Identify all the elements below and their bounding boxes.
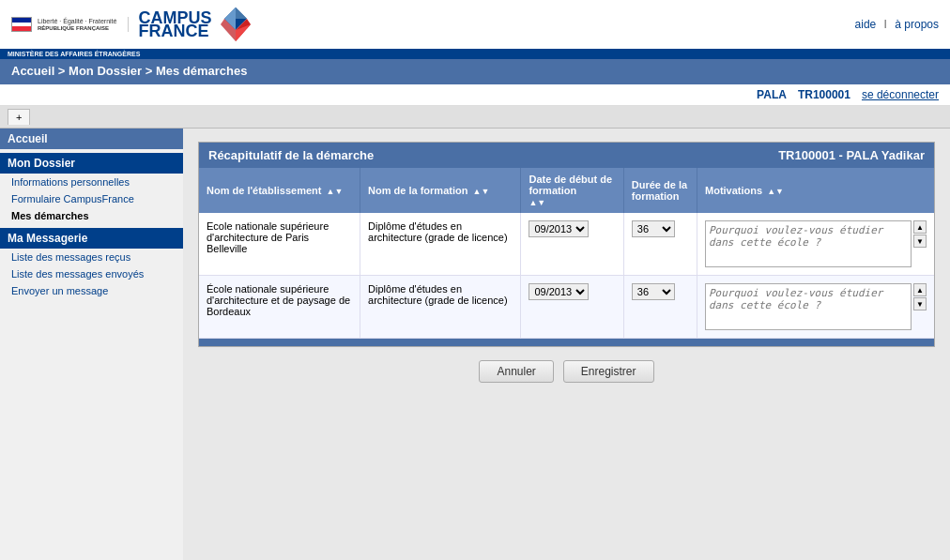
- sort-icon-formation[interactable]: ▲▼: [472, 187, 489, 196]
- duree-select-1[interactable]: 36 12 24 48: [632, 220, 675, 237]
- svg-marker-3: [236, 8, 247, 19]
- cell-duree-1: 36 12 24 48: [623, 213, 697, 276]
- sidebar-link-demarches[interactable]: Mes démarches: [0, 207, 183, 224]
- diamond-icon: [215, 6, 256, 43]
- sidebar-mon-dossier-title: Mon Dossier: [0, 153, 183, 174]
- main-content: Récapitulatif de la démarche TR100001 - …: [183, 129, 950, 560]
- sort-icon-etablissement[interactable]: ▲▼: [327, 187, 344, 196]
- scroll-up-1[interactable]: ▲: [913, 220, 927, 234]
- col-etablissement: Nom de l'établissement ▲▼: [199, 168, 360, 213]
- sidebar-link-envoyer-message[interactable]: Envoyer un message: [0, 282, 183, 299]
- cell-duree-2: 36 12 24 48: [623, 276, 697, 339]
- republic-text: Liberté · Égalité · Fraternité RÉPUBLIQU…: [38, 17, 116, 33]
- sidebar-link-messages-recus[interactable]: Liste des messages reçus: [0, 249, 183, 265]
- sidebar-link-formulaire[interactable]: Formulaire CampusFrance: [0, 190, 183, 207]
- motivation-textarea-1[interactable]: [705, 220, 912, 267]
- cancel-button[interactable]: Annuler: [479, 360, 553, 383]
- table-header-ref: TR100001 - PALA Yadikar: [778, 148, 925, 162]
- scroll-down-2[interactable]: ▼: [913, 297, 927, 310]
- duree-select-2[interactable]: 36 12 24 48: [632, 283, 675, 300]
- main-table: Nom de l'établissement ▲▼ Nom de la form…: [199, 168, 934, 339]
- french-flag-icon: [11, 17, 32, 32]
- save-button[interactable]: Enregistrer: [563, 360, 654, 383]
- sidebar: Accueil Mon Dossier Informations personn…: [0, 129, 183, 560]
- sidebar-link-messages-envoyes[interactable]: Liste des messages envoyés: [0, 265, 183, 282]
- cell-date-1: 09/2013 10/2013 11/2013: [521, 213, 623, 276]
- table-card: Récapitulatif de la démarche TR100001 - …: [198, 142, 935, 347]
- cell-formation-2: Diplôme d'études en architecture (grade …: [360, 276, 521, 339]
- col-formation: Nom de la formation ▲▼: [360, 168, 521, 213]
- user-ref: TR100001: [798, 88, 850, 101]
- top-nav: aide I à propos: [855, 18, 939, 31]
- campus-france-logo: CAMPUS FRANCE: [138, 6, 256, 43]
- aide-link[interactable]: aide: [855, 18, 877, 31]
- new-tab-button[interactable]: +: [8, 109, 30, 125]
- table-header: Récapitulatif de la démarche TR100001 - …: [199, 143, 934, 168]
- sidebar-accueil-title: Accueil: [0, 129, 183, 149]
- table-row: Ecole nationale supérieure d'architectur…: [199, 213, 934, 276]
- breadcrumb: Accueil > Mon Dossier > Mes démarches: [0, 59, 950, 83]
- cell-etablissement-2: École nationale supérieure d'architectur…: [199, 276, 360, 339]
- cell-date-2: 09/2013 10/2013 11/2013: [521, 276, 623, 339]
- table-row: École nationale supérieure d'architectur…: [199, 276, 934, 339]
- apropos-link[interactable]: à propos: [895, 18, 939, 31]
- cell-formation-1: Diplôme d'études en architecture (grade …: [360, 213, 521, 276]
- sort-icon-motivations[interactable]: ▲▼: [767, 187, 784, 196]
- col-duree: Durée de la formation: [623, 168, 697, 213]
- deconnect-link[interactable]: se déconnecter: [862, 88, 939, 101]
- action-bar: Annuler Enregistrer: [198, 347, 935, 396]
- cell-motivation-2: ▲ ▼: [697, 276, 935, 339]
- scroll-up-2[interactable]: ▲: [913, 283, 927, 296]
- separator: I: [884, 18, 887, 31]
- date-select-1[interactable]: 09/2013 10/2013 11/2013: [529, 220, 589, 237]
- table-header-title: Récapitulatif de la démarche: [208, 148, 374, 162]
- col-motivations: Motivations ▲▼: [697, 168, 935, 213]
- ministere-bar: MINISTÈRE DES AFFAIRES ÉTRANGÈRES: [0, 49, 950, 59]
- scroll-down-1[interactable]: ▼: [913, 235, 927, 248]
- motivation-textarea-2[interactable]: [705, 283, 912, 330]
- sidebar-messagerie-title: Ma Messagerie: [0, 228, 183, 249]
- username: PALA: [757, 88, 787, 101]
- user-bar: PALA TR100001 se déconnecter: [0, 84, 950, 106]
- sort-icon-date[interactable]: ▲▼: [529, 198, 545, 207]
- cell-etablissement-1: Ecole nationale supérieure d'architectur…: [199, 213, 360, 276]
- cell-motivation-1: ▲ ▼: [697, 213, 935, 276]
- col-date: Date de début de formation ▲▼: [521, 168, 623, 213]
- table-footer-bar: [199, 339, 934, 346]
- france-text: FRANCE: [138, 23, 211, 39]
- sidebar-link-infos-perso[interactable]: Informations personnelles: [0, 174, 183, 190]
- date-select-2[interactable]: 09/2013 10/2013 11/2013: [529, 283, 589, 300]
- tab-bar: +: [0, 106, 950, 129]
